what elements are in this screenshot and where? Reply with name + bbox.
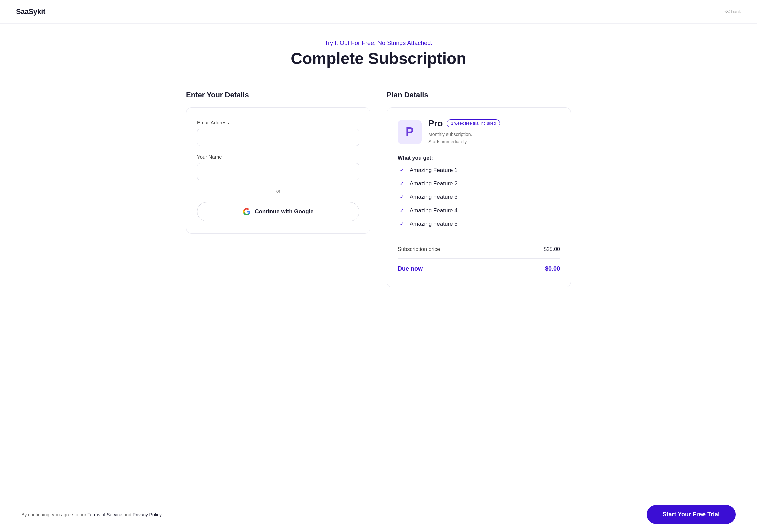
hero-title: Complete Subscription [16,50,741,68]
feature-item: ✓ Amazing Feature 2 [398,180,560,188]
google-button-label: Continue with Google [255,208,314,215]
features-heading: What you get: [398,155,560,161]
plan-name: Pro [428,118,443,129]
main-content: Enter Your Details Email Address Your Na… [165,80,592,497]
divider-row: or [197,188,359,194]
plan-section-title: Plan Details [387,91,571,99]
logo-part1: SaaSy [16,7,37,16]
feature-label-1: Amazing Feature 1 [410,167,458,174]
feature-label-2: Amazing Feature 2 [410,180,458,187]
due-value: $0.00 [545,265,560,272]
left-column: Enter Your Details Email Address Your Na… [186,91,370,486]
feature-label-5: Amazing Feature 5 [410,221,458,227]
divider-right [286,191,359,191]
plan-description: Monthly subscription. Starts immediately… [428,131,500,146]
due-label: Due now [398,265,423,272]
subscription-price-row: Subscription price $25.00 [398,243,560,256]
start-trial-button[interactable]: Start Your Free Trial [647,505,736,524]
plan-desc-2: Starts immediately. [428,139,468,144]
plan-card: P Pro 1 week free trial included Monthly… [387,107,571,287]
privacy-policy-link[interactable]: Privacy Policy [133,512,162,517]
footer-legal-text: By continuing, you agree to our Terms of… [21,512,165,517]
feature-item: ✓ Amazing Feature 3 [398,193,560,201]
plan-info: Pro 1 week free trial included Monthly s… [428,118,500,146]
trial-badge: 1 week free trial included [447,119,500,127]
terms-of-service-link[interactable]: Terms of Service [87,512,122,517]
feature-label-3: Amazing Feature 3 [410,194,458,201]
pricing-section: Subscription price $25.00 Due now $0.00 [398,236,560,276]
plan-desc-1: Monthly subscription. [428,132,472,137]
name-input[interactable] [197,163,359,180]
check-icon-4: ✓ [398,207,406,215]
plan-header: P Pro 1 week free trial included Monthly… [398,118,560,146]
logo: SaaSykit [16,7,45,16]
email-label: Email Address [197,120,359,125]
form-card: Email Address Your Name or [186,107,370,234]
divider-text: or [276,188,280,194]
feature-label-4: Amazing Feature 4 [410,207,458,214]
email-input[interactable] [197,129,359,146]
details-section-title: Enter Your Details [186,91,370,99]
feature-item: ✓ Amazing Feature 1 [398,166,560,174]
logo-part2: kit [37,7,45,16]
terms-middle: and [124,512,133,517]
hero-section: Try It Out For Free, No Strings Attached… [0,24,757,80]
features-section: What you get: ✓ Amazing Feature 1 ✓ Amaz… [398,155,560,228]
feature-item: ✓ Amazing Feature 5 [398,220,560,228]
subscription-price-value: $25.00 [544,246,560,252]
check-icon-3: ✓ [398,193,406,201]
divider-left [197,191,271,191]
footer: By continuing, you agree to our Terms of… [0,497,757,532]
pricing-divider [398,258,560,259]
google-icon [243,208,251,216]
google-signin-button[interactable]: Continue with Google [197,202,359,221]
due-row: Due now $0.00 [398,261,560,276]
check-icon-1: ✓ [398,166,406,174]
hero-subtitle: Try It Out For Free, No Strings Attached… [16,40,741,47]
subscription-price-label: Subscription price [398,246,440,252]
feature-item: ✓ Amazing Feature 4 [398,207,560,215]
check-icon-5: ✓ [398,220,406,228]
email-group: Email Address [197,120,359,146]
name-group: Your Name [197,154,359,180]
plan-title-row: Pro 1 week free trial included [428,118,500,129]
right-column: Plan Details P Pro 1 week free trial inc… [387,91,571,486]
plan-icon: P [398,120,422,144]
check-icon-2: ✓ [398,180,406,188]
back-link[interactable]: << back [724,9,741,14]
terms-suffix: . [163,512,165,517]
name-label: Your Name [197,154,359,160]
terms-prefix: By continuing, you agree to our [21,512,87,517]
header: SaaSykit << back [0,0,757,24]
